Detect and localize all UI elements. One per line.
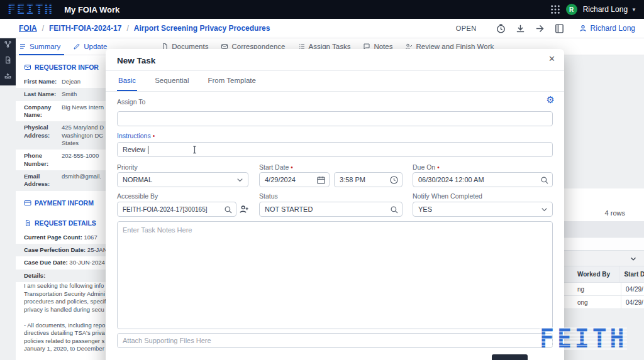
section-title: PAYMENT INFORM xyxy=(35,199,94,207)
case-status-badge: OPEN xyxy=(456,25,477,32)
task-notes-placeholder: Enter Task Notes Here xyxy=(123,226,192,234)
details-text-line: policies related to passenger s xyxy=(16,337,106,346)
case-summary-panel: REQUESTOR INFOR First Name: Dejean Last … xyxy=(16,55,106,360)
divider xyxy=(106,91,564,92)
arrow-right-icon[interactable] xyxy=(535,23,545,34)
accordion-header[interactable] xyxy=(564,250,644,266)
breadcrumb-case-id[interactable]: FEITH-FOIA-2024-17 xyxy=(49,24,121,33)
feith-logo: FEITH xyxy=(8,3,53,16)
document-lines-icon xyxy=(24,219,31,227)
assigned-user[interactable]: Richard Long xyxy=(579,24,635,33)
new-task-modal: New Task ✕ Basic Sequential From Templat… xyxy=(106,49,564,360)
clock-icon[interactable] xyxy=(389,175,399,185)
list-icon xyxy=(19,43,26,50)
section-request-details[interactable]: REQUEST DETAILS xyxy=(16,211,106,231)
chevron-down-icon[interactable] xyxy=(629,254,638,263)
apps-grid-icon[interactable] xyxy=(550,4,560,14)
search-icon[interactable] xyxy=(389,205,399,214)
accessible-by-input[interactable]: FEITH-FOIA-2024-17[300165] xyxy=(117,202,236,217)
cell-start-date: 04/29/ xyxy=(621,286,643,293)
details-text-line xyxy=(16,353,106,360)
priority-select[interactable]: NORMAL xyxy=(117,172,248,187)
field-last-name: Last Name: Smith xyxy=(16,88,106,101)
field-value: dsmith@gmail. xyxy=(62,173,101,188)
field-value: Dejean xyxy=(62,78,80,85)
chevron-down-icon xyxy=(540,205,549,214)
field-label: Phone Number: xyxy=(24,152,62,168)
download-icon[interactable] xyxy=(515,23,526,34)
tab-basic[interactable]: Basic xyxy=(117,71,137,91)
cell-worked-by: ong xyxy=(564,296,621,308)
gear-icon[interactable]: ⚙ xyxy=(547,95,555,104)
breadcrumb-bar: FOIA / FEITH-FOIA-2024-17 / Airport Scre… xyxy=(0,19,644,38)
file-export-icon[interactable] xyxy=(4,56,12,64)
modal-title: New Task xyxy=(117,56,155,65)
details-text-line: procedures and policies, specif xyxy=(16,298,106,306)
user-avatar[interactable]: R xyxy=(566,4,577,15)
start-time-value: 3:58 PM xyxy=(340,176,365,183)
breadcrumb-separator: / xyxy=(126,24,128,33)
field-first-name: First Name: Dejean xyxy=(16,75,106,88)
required-dot: • xyxy=(437,164,440,171)
attach-files-placeholder: Attach Supporting Files Here xyxy=(123,337,211,344)
modal-primary-button-partial[interactable] xyxy=(492,354,528,360)
breadcrumb-foia[interactable]: FOIA xyxy=(19,24,37,33)
tab-sequential[interactable]: Sequential xyxy=(153,71,190,91)
section-payment-information[interactable]: PAYMENT INFORM xyxy=(16,191,106,211)
hierarchy-icon[interactable] xyxy=(4,40,12,48)
text-caret xyxy=(148,146,148,154)
right-panel-surface xyxy=(564,188,644,221)
credit-card-icon xyxy=(24,199,31,207)
calendar-icon[interactable] xyxy=(316,175,326,185)
field-phone-number: Phone Number: 202-555-1000 xyxy=(16,150,106,170)
column-header-worked-by[interactable]: Worked By xyxy=(564,266,619,282)
details-text-line: - All documents, including repo xyxy=(16,322,106,330)
tab-summary[interactable]: Summary xyxy=(19,43,60,50)
table-row[interactable]: ong 04/29/ xyxy=(564,296,644,309)
field-label: First Name: xyxy=(24,78,62,85)
instructions-value: Review xyxy=(123,146,145,153)
instructions-input[interactable]: Review xyxy=(117,142,553,157)
close-icon[interactable]: ✕ xyxy=(548,54,555,63)
journal-panel-icon[interactable] xyxy=(554,23,565,34)
field-label: Company Name: xyxy=(24,104,62,119)
column-header-start-date[interactable]: Start D xyxy=(619,271,644,278)
field-label: Physical Address: xyxy=(24,124,62,147)
status-input[interactable]: NOT STARTED xyxy=(259,202,402,217)
mouse-ibeam-cursor xyxy=(192,145,197,155)
instructions-label: Instructions• xyxy=(117,132,155,139)
inbox-download-icon[interactable] xyxy=(4,72,12,80)
person-add-icon[interactable] xyxy=(239,204,249,214)
field-value: Big News Intern xyxy=(62,104,104,119)
search-icon[interactable] xyxy=(223,205,233,214)
start-time-input[interactable]: 3:58 PM xyxy=(334,172,402,187)
field-email-address: Email Address: dsmith@gmail. xyxy=(16,170,106,191)
breadcrumb-case-title[interactable]: Airport Screening Privacy Procedures xyxy=(134,24,270,33)
due-on-input[interactable]: 06/30/2024 12:00 AM xyxy=(413,172,553,187)
notify-select[interactable]: YES xyxy=(413,202,553,217)
table-row[interactable]: ng 04/29/ xyxy=(564,283,644,296)
tab-update[interactable]: Update xyxy=(73,43,107,50)
details-text-line: privacy is handled during secu xyxy=(16,306,106,314)
assign-to-input[interactable] xyxy=(117,111,553,126)
active-tab-indicator xyxy=(19,54,64,55)
task-notes-textarea[interactable]: Enter Task Notes Here xyxy=(117,221,553,329)
required-dot: • xyxy=(153,133,155,139)
app-title: My FOIA Work xyxy=(64,5,119,14)
notify-when-completed-label: Notify When Completed xyxy=(413,192,482,200)
history-timer-icon[interactable] xyxy=(496,23,506,34)
tab-from-template[interactable]: From Template xyxy=(206,71,257,91)
attach-files-input[interactable]: Attach Supporting Files Here xyxy=(117,333,553,348)
breadcrumb-separator: / xyxy=(42,24,44,33)
required-dot: • xyxy=(291,164,293,171)
search-icon[interactable] xyxy=(540,175,549,185)
cell-start-date: 04/29/ xyxy=(621,299,643,306)
section-requestor-information[interactable]: REQUESTOR INFOR xyxy=(16,55,106,75)
status-value: NOT STARTED xyxy=(265,205,313,213)
table-header-row: Worked By Start D xyxy=(564,266,644,283)
due-on-label: Due On• xyxy=(413,163,440,171)
person-icon xyxy=(579,24,587,33)
topbar-user-name[interactable]: Richard Long xyxy=(583,5,628,14)
start-date-input[interactable]: 4/29/2024 xyxy=(259,172,330,187)
user-menu-chevron-icon[interactable]: ▼ xyxy=(631,7,636,13)
